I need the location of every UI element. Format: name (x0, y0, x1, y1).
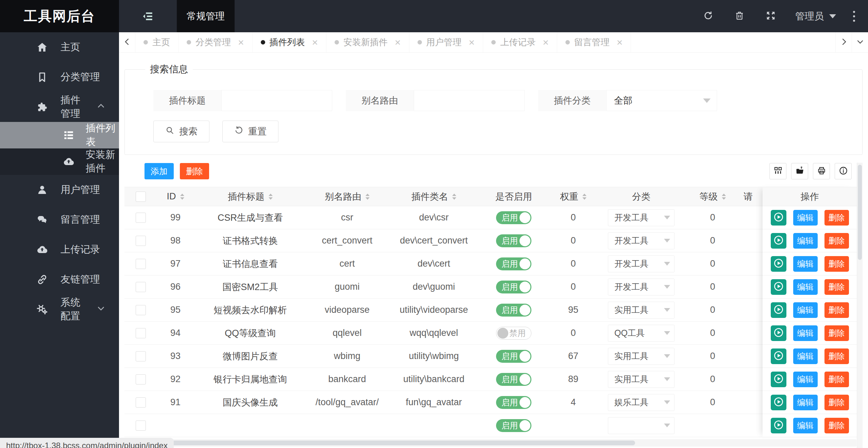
sidebar-item[interactable]: 插件列表 (0, 122, 119, 148)
close-icon[interactable]: × (395, 37, 401, 48)
edit-button[interactable]: 编辑 (793, 302, 818, 318)
sort-icon[interactable] (180, 194, 184, 200)
run-plugin-button[interactable] (771, 372, 786, 387)
run-plugin-button[interactable] (771, 302, 786, 318)
more-menu-button[interactable] (845, 0, 863, 32)
column-header[interactable]: 等级 (684, 191, 742, 203)
run-plugin-button[interactable] (771, 233, 786, 249)
columns-toggle-button[interactable] (769, 163, 786, 179)
sort-icon[interactable] (365, 194, 370, 200)
reset-button[interactable]: 重置 (222, 121, 278, 142)
edit-button[interactable]: 编辑 (793, 348, 818, 364)
run-plugin-button[interactable] (771, 256, 786, 272)
column-header[interactable]: 权重 (548, 191, 599, 203)
column-header[interactable]: 别名路由 (306, 191, 388, 203)
sort-icon[interactable] (582, 194, 586, 200)
row-checkbox[interactable] (136, 328, 146, 338)
batch-delete-button[interactable]: 删除 (180, 163, 209, 179)
info-button[interactable] (835, 163, 852, 179)
row-checkbox[interactable] (136, 397, 146, 408)
edit-button[interactable]: 编辑 (793, 418, 818, 433)
edit-button[interactable]: 编辑 (793, 325, 818, 341)
delete-button[interactable]: 删除 (824, 395, 849, 410)
tab-上传记录[interactable]: 上传记录× (483, 32, 557, 52)
row-checkbox[interactable] (136, 282, 146, 292)
edit-button[interactable]: 编辑 (793, 279, 818, 295)
category-select[interactable]: QQ工具 (608, 325, 675, 342)
clear-cache-button[interactable] (724, 0, 755, 32)
tab-插件列表[interactable]: 插件列表× (253, 32, 327, 52)
delete-button[interactable]: 删除 (824, 325, 849, 341)
delete-button[interactable]: 删除 (824, 279, 849, 295)
column-header[interactable]: 插件标题 (194, 191, 306, 203)
search-button[interactable]: 搜索 (153, 121, 209, 142)
category-select[interactable]: 开发工具 (608, 232, 675, 249)
sort-icon[interactable] (452, 194, 456, 200)
run-plugin-button[interactable] (771, 348, 786, 364)
column-header[interactable]: 插件类名 (388, 191, 480, 203)
export-button[interactable] (791, 163, 808, 179)
row-checkbox[interactable] (136, 420, 146, 431)
edit-button[interactable]: 编辑 (793, 233, 818, 249)
tab-主页[interactable]: 主页 (135, 32, 178, 52)
enabled-toggle[interactable]: 禁用 (496, 327, 531, 340)
category-select[interactable]: 开发工具 (608, 255, 675, 272)
delete-button[interactable]: 删除 (824, 348, 849, 364)
sidebar-item[interactable]: 用户管理 (0, 175, 119, 205)
enabled-toggle[interactable]: 启用 (496, 257, 531, 270)
sidebar-item[interactable]: 友链管理 (0, 265, 119, 294)
tab-安装新插件[interactable]: 安装新插件× (326, 32, 409, 52)
enabled-toggle[interactable]: 启用 (496, 419, 531, 432)
delete-button[interactable]: 删除 (824, 302, 849, 318)
fullscreen-button[interactable] (755, 0, 786, 32)
select-all-checkbox[interactable] (136, 192, 146, 202)
sidebar-item[interactable]: 分类管理 (0, 62, 119, 92)
row-checkbox[interactable] (136, 305, 146, 315)
delete-button[interactable]: 删除 (824, 372, 849, 387)
close-icon[interactable]: × (238, 37, 244, 48)
tab-分类管理[interactable]: 分类管理× (178, 32, 253, 52)
run-plugin-button[interactable] (771, 325, 786, 341)
sidebar-item[interactable]: 上传记录 (0, 235, 119, 265)
plugin-title-input[interactable] (221, 90, 332, 111)
tab-留言管理[interactable]: 留言管理× (557, 32, 631, 52)
delete-button[interactable]: 删除 (824, 233, 849, 249)
enabled-toggle[interactable]: 启用 (496, 373, 531, 386)
row-checkbox[interactable] (136, 374, 146, 384)
category-select[interactable]: 开发工具 (608, 209, 675, 226)
run-plugin-button[interactable] (771, 279, 786, 295)
run-plugin-button[interactable] (771, 418, 786, 433)
edit-button[interactable]: 编辑 (793, 256, 818, 272)
sort-icon[interactable] (722, 194, 726, 200)
close-icon[interactable]: × (617, 37, 623, 48)
tab-用户管理[interactable]: 用户管理× (409, 32, 483, 52)
refresh-button[interactable] (693, 0, 724, 32)
delete-button[interactable]: 删除 (824, 418, 849, 433)
enabled-toggle[interactable]: 启用 (496, 234, 531, 247)
delete-button[interactable]: 删除 (824, 210, 849, 226)
vertical-scrollbar-thumb[interactable] (858, 165, 862, 260)
category-select[interactable]: 开发工具 (608, 279, 675, 295)
header-nav-tab[interactable]: 常规管理 (177, 0, 235, 32)
enabled-toggle[interactable]: 启用 (496, 350, 531, 363)
row-checkbox[interactable] (136, 236, 146, 246)
sidebar-item[interactable]: 主页 (0, 32, 119, 62)
category-select[interactable]: 实用工具 (608, 302, 675, 319)
row-checkbox[interactable] (136, 213, 146, 223)
category-select[interactable] (608, 417, 675, 434)
enabled-toggle[interactable]: 启用 (496, 396, 531, 409)
row-checkbox[interactable] (136, 351, 146, 361)
tabs-scroll-right-button[interactable] (835, 32, 852, 52)
print-button[interactable] (813, 163, 830, 179)
enabled-toggle[interactable]: 启用 (496, 211, 531, 224)
column-header[interactable]: ID (157, 191, 194, 202)
row-checkbox[interactable] (136, 259, 146, 269)
category-select[interactable]: 娱乐工具 (608, 394, 675, 411)
alias-route-input[interactable] (414, 90, 525, 111)
sidebar-item[interactable]: 安装新插件 (0, 148, 119, 175)
run-plugin-button[interactable] (771, 395, 786, 410)
tabs-scroll-left-button[interactable] (119, 32, 135, 52)
category-select[interactable]: 实用工具 (608, 348, 675, 365)
collapse-sidebar-button[interactable] (119, 0, 177, 32)
enabled-toggle[interactable]: 启用 (496, 304, 531, 317)
